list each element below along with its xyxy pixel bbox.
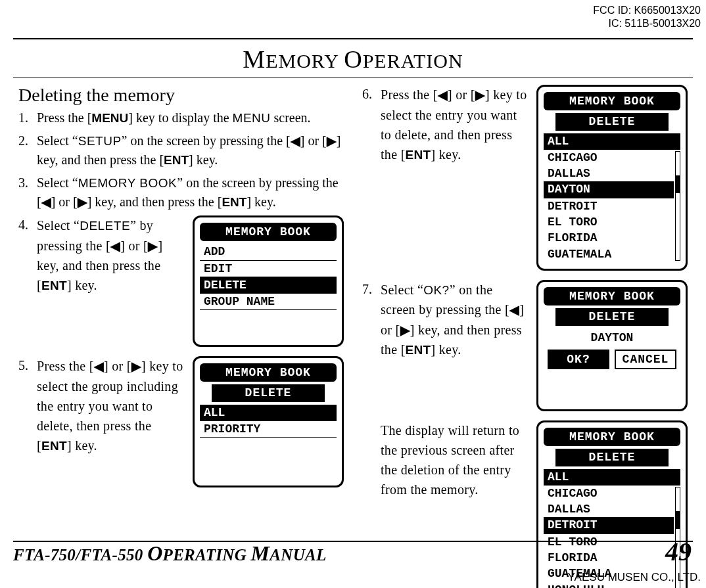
section-title: Deleting the memory (18, 85, 344, 106)
step-number: 1. (18, 108, 37, 127)
step-number: 7. (362, 280, 381, 411)
lcd-title: MEMORY BOOK (200, 223, 337, 241)
lcd-step7: MEMORY BOOK DELETE DAYTON OK? CANCEL (536, 280, 688, 411)
lcd-title: MEMORY BOOK (544, 428, 680, 446)
lcd-scrollbar (675, 151, 680, 261)
lcd-step6: MEMORY BOOK DELETE ALL CHICAGO DALLAS DA… (536, 85, 688, 271)
lcd-item: EDIT (200, 261, 337, 277)
step-number: 6. (362, 85, 381, 271)
title-divider (13, 78, 693, 78)
lcd-title: MEMORY BOOK (200, 363, 337, 382)
step-number: 5. (18, 356, 37, 487)
ic-id: IC: 511B-50013X20 (593, 17, 701, 30)
lcd-item: EL TORO (544, 214, 674, 230)
lcd-item-selected: DELETE (200, 277, 337, 294)
lcd-item: FLORIDA (544, 550, 674, 566)
page-frame: MEMORY OPERATION Deleting the memory 1. … (13, 38, 693, 558)
lcd-item: CHICAGO (544, 486, 674, 501)
lcd-entry-name: DAYTON (544, 328, 680, 347)
lcd-header-row: ALL (544, 133, 680, 150)
step-text: Select “OK?” on the screen by pressing t… (381, 280, 688, 411)
company-name: YAESU MUSEN CO., LTD. (568, 571, 701, 584)
step-6-text: Press the [◀] or [▶] key to select the e… (381, 85, 529, 164)
step-3: 3. Select “MEMORY BOOK” on the screen by… (18, 173, 344, 212)
lcd-subtitle: DELETE (555, 308, 669, 325)
lcd-item: DALLAS (544, 501, 674, 517)
fcc-id-block: FCC ID: K6650013X20 IC: 511B-50013X20 (593, 4, 701, 30)
lcd-title: MEMORY BOOK (544, 92, 680, 110)
content-columns: Deleting the memory 1. Press the [MENU] … (13, 85, 693, 588)
step-number: 4. (18, 215, 37, 347)
step-text: The display will return to the previous … (381, 420, 688, 588)
step-7: 7. Select “OK?” on the screen by pressin… (362, 280, 688, 411)
step-text: Select “SETUP” on the screen by pressing… (37, 131, 344, 170)
lcd-item: FLORIDA (544, 230, 674, 246)
step-5-text: Press the [◀] or [▶] key to select the g… (37, 356, 185, 455)
steps-right: 6. Press the [◀] or [▶] key to select th… (362, 85, 688, 588)
lcd-step5: MEMORY BOOK DELETE ALL PRIORITY (193, 356, 344, 487)
step-final: The display will return to the previous … (362, 420, 688, 588)
lcd-cancel-button: CANCEL (615, 350, 676, 369)
right-column: 6. Press the [◀] or [▶] key to select th… (362, 85, 688, 588)
lcd-item: GUATEMALA (544, 246, 674, 262)
lcd-list: CHICAGO DALLAS DAYTON DETROIT EL TORO FL… (544, 150, 680, 262)
lcd-item: PRIORITY (200, 421, 337, 438)
step-text: Press the [◀] or [▶] key to select the g… (37, 356, 344, 487)
step-text: Press the [◀] or [▶] key to select the e… (381, 85, 688, 271)
lcd-item: DETROIT (544, 198, 674, 214)
step-number (362, 420, 381, 588)
lcd-item: GROUP NAME (200, 294, 337, 310)
fcc-id: FCC ID: K6650013X20 (593, 4, 701, 17)
page-number: 49 (665, 536, 692, 567)
step-6: 6. Press the [◀] or [▶] key to select th… (362, 85, 688, 271)
lcd-step4: MEMORY BOOK ADD EDIT DELETE GROUP NAME (193, 215, 344, 347)
lcd-item: CHICAGO (544, 150, 674, 166)
step-number: 3. (18, 173, 37, 212)
lcd-item-selected: DETROIT (544, 517, 674, 533)
lcd-item: DALLAS (544, 166, 674, 181)
lcd-button-row: OK? CANCEL (548, 350, 676, 369)
lcd-ok-button: OK? (548, 350, 609, 369)
lcd-item: ADD (200, 244, 337, 260)
left-column: Deleting the memory 1. Press the [MENU] … (18, 85, 344, 588)
lcd-item-selected: ALL (200, 405, 337, 421)
page-title: MEMORY OPERATION (13, 45, 693, 74)
step-1: 1. Press the [MENU] key to display the M… (18, 108, 344, 127)
footer-manual-title: FTA-750/FTA-550 OPERATING MANUAL (13, 541, 327, 566)
lcd-subtitle: DELETE (555, 449, 669, 466)
steps-left: 1. Press the [MENU] key to display the M… (18, 108, 344, 487)
step-4-text: Select “DELETE” by pressing the [◀] or [… (37, 215, 185, 296)
step-2: 2. Select “SETUP” on the screen by press… (18, 131, 344, 170)
final-text: The display will return to the previous … (381, 420, 529, 499)
lcd-header-row: ALL (544, 469, 680, 486)
lcd-subtitle: DELETE (555, 113, 669, 130)
step-text: Press the [MENU] key to display the MENU… (37, 108, 344, 127)
step-4: 4. Select “DELETE” by pressing the [◀] o… (18, 215, 344, 347)
step-text: Select “DELETE” by pressing the [◀] or [… (37, 215, 344, 347)
lcd-item-selected: DAYTON (544, 181, 674, 198)
lcd-subtitle: DELETE (212, 384, 325, 401)
step-7-text: Select “OK?” on the screen by pressing t… (381, 280, 529, 360)
step-text: Select “MEMORY BOOK” on the screen by pr… (37, 173, 344, 212)
step-5: 5. Press the [◀] or [▶] key to select th… (18, 356, 344, 487)
lcd-title: MEMORY BOOK (544, 287, 680, 305)
step-number: 2. (18, 131, 37, 170)
